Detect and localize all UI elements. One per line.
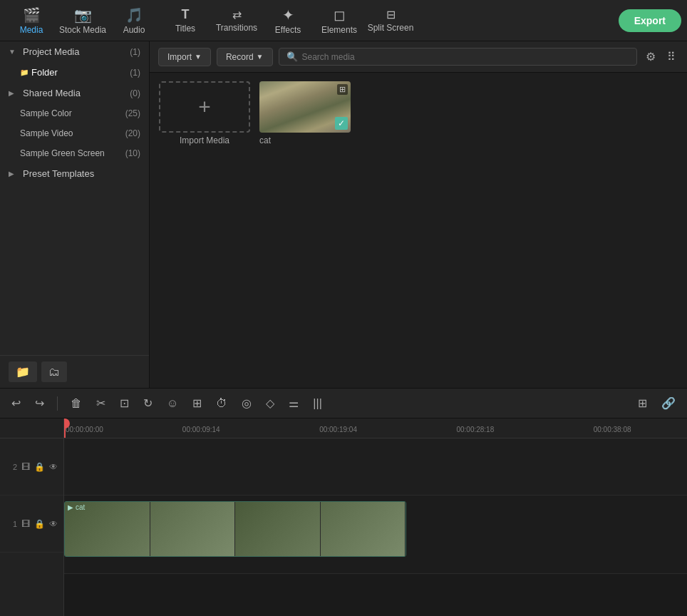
clip-frame-3: [235, 502, 321, 556]
folder-count: (1): [130, 68, 140, 78]
cut-button[interactable]: ✂: [92, 394, 110, 413]
motion-button[interactable]: ↻: [139, 394, 157, 413]
sidebar-item-preset-templates[interactable]: ▶ Preset Templates: [0, 163, 149, 184]
new-folder-alt-button[interactable]: 🗂: [41, 361, 67, 382]
effects-icon: ✦: [282, 6, 294, 24]
track-1-eye-icon[interactable]: 👁: [49, 519, 58, 529]
nav-item-media[interactable]: 🎬 Media: [6, 1, 57, 40]
sample-green-screen-label: Sample Green Screen: [20, 148, 125, 158]
playhead[interactable]: [64, 419, 66, 438]
cat-media-card[interactable]: ⊞ ✓ cat: [259, 81, 352, 145]
stock-media-icon: 📷: [74, 6, 92, 24]
ts-0: 00:00:00:00: [66, 426, 103, 433]
record-label: Record: [226, 52, 254, 62]
nav-item-effects[interactable]: ✦ Effects: [262, 1, 314, 40]
transitions-icon: ⇄: [232, 8, 242, 21]
nav-transitions-label: Transitions: [216, 23, 257, 33]
track-label-ruler-spacer: [0, 419, 63, 438]
sidebar-item-sample-color[interactable]: Sample Color (25): [0, 103, 149, 123]
timeline-content: 2 🎞 🔒 👁 1 🎞 🔒 👁 00:00:00:00 00:00:09:14 …: [0, 419, 687, 616]
timeline-area: ↩ ↪ 🗑 ✂ ⊡ ↻ ☺ ⊞ ⏱ ◎ ◇ ⚌ ||| ⊞ 🔗 2 🎞 🔒 👁 …: [0, 388, 687, 616]
delete-button[interactable]: 🗑: [66, 394, 86, 413]
export-button[interactable]: Export: [619, 9, 681, 32]
track-row-2[interactable]: [64, 438, 687, 496]
timeline-toolbar: ↩ ↪ 🗑 ✂ ⊡ ↻ ☺ ⊞ ⏱ ◎ ◇ ⚌ ||| ⊞ 🔗: [0, 389, 687, 419]
nav-split-label: Split Screen: [368, 23, 414, 33]
ts-2: 00:00:19:04: [319, 426, 357, 433]
import-button[interactable]: Import ▼: [158, 48, 211, 66]
magnetic-timeline-button[interactable]: ⊞: [634, 394, 651, 413]
clip-name-label: cat: [76, 503, 85, 511]
audio-button[interactable]: ⚌: [284, 394, 303, 413]
track-2-eye-icon[interactable]: 👁: [49, 462, 58, 472]
content-area: Import ▼ Record ▼ 🔍 ⚙ ⠿ + Import Media: [150, 41, 687, 388]
film-strip-icon: ⊞: [337, 84, 348, 95]
sidebar-item-sample-video[interactable]: Sample Video (20): [0, 123, 149, 143]
content-toolbar: Import ▼ Record ▼ 🔍 ⚙ ⠿: [150, 41, 687, 73]
clip-frame-4: [321, 502, 406, 556]
stabilize-button[interactable]: ◎: [237, 394, 256, 413]
record-button[interactable]: Record ▼: [217, 48, 273, 66]
nav-item-split-screen[interactable]: ⊟ Split Screen: [365, 1, 416, 40]
track-2-lock-icon[interactable]: 🔒: [34, 462, 45, 472]
sample-green-screen-count: (10): [125, 148, 140, 158]
import-media-label: Import Media: [180, 135, 229, 145]
thumb-check: ✓: [335, 117, 348, 130]
track-1-lock-icon[interactable]: 🔒: [34, 519, 45, 529]
tl-separator-1: [57, 396, 58, 411]
search-input[interactable]: [302, 52, 629, 62]
ts-1: 00:00:09:14: [182, 426, 220, 433]
search-box: 🔍: [279, 48, 637, 66]
folder-label: Folder: [31, 67, 130, 78]
import-plus-icon: +: [198, 95, 211, 119]
timeline-track-labels: 2 🎞 🔒 👁 1 🎞 🔒 👁: [0, 419, 64, 616]
shared-media-count: (0): [130, 88, 140, 98]
sidebar-bottom: 📁 🗂: [0, 355, 149, 388]
link-button[interactable]: 🔗: [657, 394, 680, 413]
track-2-film-icon: 🎞: [21, 462, 30, 472]
preset-templates-expand-icon: ▶: [9, 170, 20, 178]
track-row-1[interactable]: ▶ cat: [64, 496, 687, 574]
nav-titles-label: Titles: [175, 24, 195, 34]
ts-3: 00:00:28:18: [456, 426, 494, 433]
mask-button[interactable]: ◇: [262, 394, 279, 413]
nav-item-audio[interactable]: 🎵 Audio: [108, 1, 160, 40]
nav-item-stock-media[interactable]: 📷 Stock Media: [57, 1, 108, 40]
nav-item-titles[interactable]: T Titles: [160, 1, 211, 40]
sample-color-label: Sample Color: [20, 108, 125, 118]
undo-button[interactable]: ↩: [7, 394, 25, 413]
sidebar-item-shared-media[interactable]: ▶ Shared Media (0): [0, 83, 149, 103]
sidebar-item-project-media[interactable]: ▼ Project Media (1): [0, 41, 149, 62]
video-clip-cat[interactable]: ▶ cat: [64, 501, 406, 557]
track-label-2: 2 🎞 🔒 👁: [0, 438, 63, 496]
elements-icon: ◻: [334, 6, 346, 24]
speed-button[interactable]: ⏱: [212, 394, 232, 413]
track-1-film-icon: 🎞: [21, 519, 30, 529]
sample-video-count: (20): [125, 128, 140, 138]
filter-button[interactable]: ⚙: [643, 47, 658, 66]
clip-frames: [65, 502, 406, 556]
sidebar-item-sample-green-screen[interactable]: Sample Green Screen (10): [0, 143, 149, 163]
shared-media-expand-icon: ▶: [9, 89, 20, 97]
redo-button[interactable]: ↪: [31, 394, 48, 413]
grid-view-button[interactable]: ⠿: [664, 47, 678, 66]
audio-eq-button[interactable]: |||: [309, 394, 326, 413]
record-chevron-icon: ▼: [257, 53, 264, 61]
timeline-tracks: ▶ cat: [64, 438, 687, 616]
clip-frame-2: [150, 502, 236, 556]
import-media-card[interactable]: + Import Media: [158, 81, 251, 145]
nav-audio-label: Audio: [123, 25, 145, 35]
track-1-number: 1: [13, 520, 17, 528]
sidebar: ▼ Project Media (1) 📁 Folder (1) ▶ Share…: [0, 41, 150, 388]
sample-color-count: (25): [125, 108, 140, 118]
transform-button[interactable]: ⊞: [188, 394, 206, 413]
nav-item-elements[interactable]: ◻ Elements: [314, 1, 365, 40]
project-media-label: Project Media: [23, 46, 130, 57]
sidebar-item-folder[interactable]: 📁 Folder (1): [0, 62, 149, 83]
import-chevron-icon: ▼: [195, 53, 202, 61]
color-button[interactable]: ☺: [162, 394, 182, 413]
new-folder-button[interactable]: 📁: [9, 361, 37, 382]
nav-item-transitions[interactable]: ⇄ Transitions: [211, 1, 262, 40]
shared-media-label: Shared Media: [23, 88, 130, 98]
crop-button[interactable]: ⊡: [115, 394, 133, 413]
